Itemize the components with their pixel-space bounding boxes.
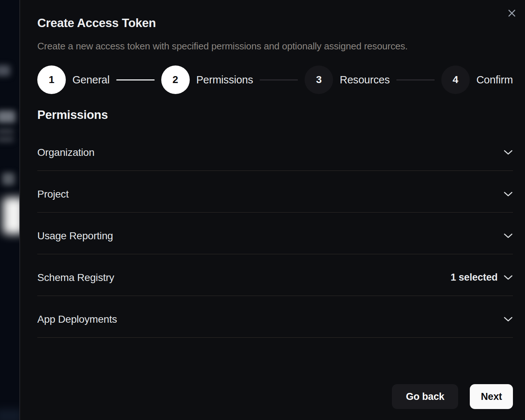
section-schema-registry[interactable]: Schema Registry 1 selected bbox=[37, 254, 513, 296]
modal-content: Create Access Token Create a new access … bbox=[37, 0, 513, 420]
modal-subtitle: Create a new access token with specified… bbox=[37, 41, 408, 52]
go-back-button[interactable]: Go back bbox=[392, 384, 458, 409]
step-label: Resources bbox=[340, 74, 390, 86]
step-connector bbox=[396, 79, 435, 80]
step-number: 3 bbox=[316, 74, 322, 86]
stepper: 1 General 2 Permissions 3 Resources bbox=[37, 65, 513, 94]
step-connector bbox=[116, 79, 155, 80]
background-blur-shape bbox=[0, 129, 14, 134]
selection-count-badge: 1 selected bbox=[450, 272, 498, 283]
permission-sections: Organization Project Usage bbox=[37, 129, 513, 338]
background-blur-shape bbox=[2, 173, 15, 185]
section-project[interactable]: Project bbox=[37, 171, 513, 213]
section-right bbox=[503, 233, 513, 239]
background-blur-shape bbox=[3, 198, 19, 234]
chevron-down-icon bbox=[503, 275, 513, 281]
section-usage-reporting[interactable]: Usage Reporting bbox=[37, 213, 513, 254]
create-access-token-modal: Create Access Token Create a new access … bbox=[19, 0, 525, 420]
step-number: 4 bbox=[453, 74, 458, 86]
section-right bbox=[503, 316, 513, 322]
background-blur-shape bbox=[0, 409, 19, 420]
step-number-badge: 3 bbox=[305, 65, 333, 94]
chevron-down-icon bbox=[503, 191, 513, 197]
section-right: 1 selected bbox=[450, 272, 513, 283]
section-organization[interactable]: Organization bbox=[37, 129, 513, 171]
page-title-permissions: Permissions bbox=[37, 108, 108, 122]
background-app-strip bbox=[0, 0, 19, 420]
background-blur-shape bbox=[0, 65, 10, 76]
step-number: 2 bbox=[173, 74, 178, 86]
step-confirm[interactable]: 4 Confirm bbox=[441, 65, 513, 94]
step-connector bbox=[260, 79, 298, 80]
step-label: Permissions bbox=[196, 74, 253, 86]
chevron-down-icon bbox=[503, 150, 513, 155]
chevron-down-icon bbox=[503, 316, 513, 322]
section-app-deployments[interactable]: App Deployments bbox=[37, 296, 513, 338]
step-label: General bbox=[72, 74, 110, 86]
section-label: Schema Registry bbox=[37, 272, 114, 284]
step-permissions[interactable]: 2 Permissions bbox=[161, 65, 253, 94]
background-blur-shape bbox=[0, 137, 14, 142]
next-button[interactable]: Next bbox=[470, 384, 513, 409]
section-label: Usage Reporting bbox=[37, 230, 113, 242]
section-label: Project bbox=[37, 188, 69, 200]
chevron-down-icon bbox=[503, 233, 513, 239]
section-label: Organization bbox=[37, 147, 94, 158]
step-label: Confirm bbox=[476, 74, 513, 86]
background-blur-shape bbox=[0, 110, 15, 123]
step-resources[interactable]: 3 Resources bbox=[305, 65, 390, 94]
modal-title: Create Access Token bbox=[37, 16, 156, 30]
section-right bbox=[503, 191, 513, 197]
step-number-badge: 4 bbox=[441, 65, 470, 94]
modal-footer: Go back Next bbox=[392, 384, 513, 409]
step-number: 1 bbox=[49, 74, 54, 86]
step-general[interactable]: 1 General bbox=[37, 65, 110, 94]
step-number-badge: 1 bbox=[37, 65, 66, 94]
section-label: App Deployments bbox=[37, 314, 117, 325]
step-number-badge: 2 bbox=[161, 65, 190, 94]
section-right bbox=[503, 150, 513, 155]
